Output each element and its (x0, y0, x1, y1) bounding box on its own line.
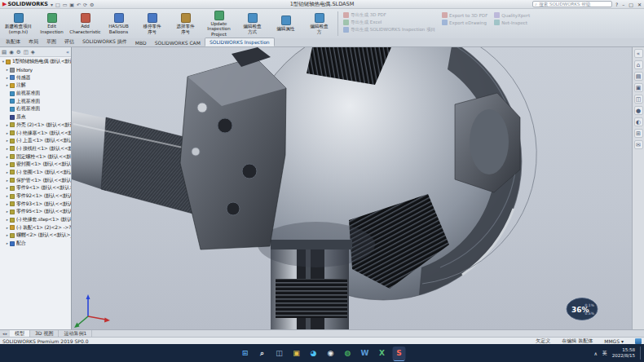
graphics-viewport[interactable]: 36% 0.1% 0.5% (72, 47, 632, 329)
ribbon-tab[interactable]: MBD (131, 39, 151, 46)
3d-model-thermocouple-assembly[interactable]: 36% 0.1% 0.5% (72, 47, 632, 329)
ribbon-tab[interactable]: SOLIDWORKS CAM (151, 39, 205, 46)
tree-item[interactable]: ▸ 密封圈<1> (默认<<默认>_显... (0, 161, 71, 169)
taskbar-app-icon[interactable]: S (393, 347, 406, 360)
tree-item[interactable]: ▸ 配合 (0, 240, 71, 248)
panel-tab-icon[interactable]: ◫ (24, 49, 29, 55)
panel-tab-icon[interactable]: ◈ (31, 49, 35, 55)
qat-icon[interactable]: ⟳ (83, 2, 87, 7)
tree-item[interactable]: ▸ 零件9<1> (默认<<默认>_显示状态 (0, 184, 71, 192)
tree-item[interactable]: 前视基准面 (0, 90, 71, 98)
task-pane-icon[interactable]: ▤ (634, 72, 643, 81)
tree-item[interactable]: ▸ 螺帽<2> (默认<<默认>_显示状... (0, 232, 71, 240)
tab-nav-icon[interactable]: ◂ (2, 331, 5, 336)
export-menu-item[interactable]: 导出生成 3D PDF (343, 12, 435, 18)
panel-tab-icon[interactable]: ▤ (2, 49, 7, 55)
ribbon-button[interactable]: 编辑检查 方式 (236, 10, 269, 38)
custom-status-icon[interactable] (635, 338, 642, 344)
tab-nav-icon[interactable]: ▸ (6, 331, 8, 336)
tree-item[interactable]: ▸ 保护管<1> (默认<<默认>_显示状... (0, 176, 71, 184)
ribbon-tab[interactable]: SOLIDWORKS 插件 (78, 38, 131, 46)
tree-item[interactable]: ▸ (-) 绝缘塞<1> (默认<<默认>_显... (0, 129, 71, 137)
ribbon-tab[interactable]: SOLIDWORKS Inspection (205, 38, 275, 46)
units-selector[interactable]: MMGS ▾ (604, 338, 624, 344)
export-menu-item[interactable]: Net-Inspect (494, 20, 530, 25)
model-tube-thread[interactable] (276, 279, 347, 318)
qat-icon[interactable]: ↶ (77, 2, 81, 7)
show-desktop-button[interactable] (640, 347, 642, 360)
export-menu-item[interactable]: 导出生成 SOLIDWORKS Inspection 项目 (343, 27, 435, 33)
export-menu-item[interactable]: 导出生成 Excel (343, 20, 435, 25)
ribbon-tab[interactable]: 布局 (24, 38, 42, 46)
ribbon-button[interactable]: 移停零件 序号 (135, 10, 169, 38)
ribbon-button[interactable]: 编辑检查 方 (302, 10, 336, 38)
ribbon-button[interactable]: 选择零件 序号 (169, 10, 202, 38)
export-menu-item[interactable]: QualityXpert (494, 12, 530, 18)
taskbar-app-icon[interactable]: ◉ (324, 347, 337, 360)
tree-item[interactable]: 上视基准面 (0, 97, 71, 105)
ribbon-button[interactable]: 新建检查项目 (emp.hi) (2, 10, 35, 38)
panel-tab-icon[interactable]: ⚙ (16, 49, 21, 55)
qat-icon[interactable]: ⚙ (90, 2, 94, 7)
ribbon-button[interactable]: 编辑属性 (269, 10, 302, 38)
document-tab[interactable]: 运动算例1 (59, 330, 92, 337)
taskbar-app-icon[interactable]: ◍ (342, 347, 355, 360)
tree-item[interactable]: ▸ 注解 (0, 82, 71, 90)
tree-item[interactable]: ▸ 零件92<1> (默认<<默认>_显... (0, 192, 71, 201)
ribbon-button[interactable]: Edit Inspection (35, 10, 68, 38)
taskbar-app-icon[interactable]: ◫ (273, 347, 286, 360)
tree-item[interactable]: ▸ (-) 垫圈<1> (默认<<默认>_显示状... (0, 169, 71, 177)
window-control-button[interactable]: ? (615, 2, 618, 7)
document-tab[interactable]: 3D 视图 (30, 330, 59, 337)
task-pane-icon[interactable]: ⊞ (634, 129, 643, 138)
ribbon-button[interactable]: Add Characteristic (68, 10, 102, 38)
task-pane-icon[interactable]: ◫ (634, 95, 643, 104)
export-menu-item[interactable]: Export eDrawing (442, 20, 487, 25)
taskbar-clock[interactable]: 15:58 2022/8/15 (612, 347, 635, 359)
taskbar-app-icon[interactable]: ▣ (290, 347, 303, 360)
document-tab[interactable]: 模型 (10, 330, 30, 337)
search-input[interactable]: ⌕ 搜索 SOLIDWORKS 帮助 (532, 1, 612, 7)
tree-item[interactable]: ▸ 零件95<1> (默认<<默认>_显... (0, 208, 71, 216)
window-control-button[interactable]: ✕ (637, 2, 642, 7)
ribbon-tab[interactable]: 草图 (42, 38, 60, 46)
task-pane-icon[interactable]: ✉ (634, 140, 643, 149)
window-control-button[interactable]: ▢ (629, 2, 633, 7)
tree-item[interactable]: ▸ 固定螺栓<1> (默认<<默认>_显示状 (0, 152, 71, 161)
tree-item[interactable]: 原点 (0, 113, 71, 121)
tree-item[interactable]: ▸ 传感器 (0, 73, 71, 82)
qat-icon[interactable]: ▾ (51, 2, 53, 7)
ribbon-tab[interactable]: 装配体 (2, 38, 24, 46)
tree-item[interactable]: ▸ (-) 接线柱<1> (默认<<默认>_显示... (0, 145, 71, 153)
task-pane-icon[interactable]: ▣ (634, 83, 643, 92)
tree-item[interactable]: ▸ 外壳 (2)<1> (默认<<默认>_显示状 (0, 121, 71, 130)
taskbar-app-icon[interactable]: X (376, 347, 389, 360)
qat-icon[interactable]: ▭ (63, 2, 68, 7)
qat-icon[interactable]: ▣ (69, 2, 74, 7)
ribbon-button[interactable]: Update Inspection Project (202, 10, 236, 38)
task-pane-icon[interactable]: ● (634, 106, 643, 115)
panel-collapse-icon[interactable]: « (66, 49, 69, 55)
taskbar-app-icon[interactable]: W (359, 347, 372, 360)
panel-tab-icon[interactable]: ◉ (9, 49, 14, 55)
taskbar-app-icon[interactable]: ◕ (307, 347, 320, 360)
tree-item[interactable]: ▸ History (0, 66, 71, 74)
ime-indicator[interactable]: 英 (602, 350, 607, 357)
taskbar-app-icon[interactable]: ⊞ (239, 347, 252, 360)
tree-item[interactable]: ▾ 1型铂铑轴热电偶 (默认<默认_显示状态-1 (0, 58, 71, 66)
export-menu-item[interactable]: Export to 3D PDF (442, 12, 487, 18)
tree-item[interactable]: ▸ (-) 绝缘套.step<1> (默认<<默... (0, 216, 71, 224)
tree-item[interactable]: ▸ 零件93<1> (默认<<默认>_显... (0, 200, 71, 208)
ribbon-tab[interactable]: 评估 (60, 38, 78, 46)
tray-expand-icon[interactable]: ∧ (593, 351, 597, 356)
tree-item[interactable]: ▸ (-) 上盖<1> (默认<<默认>_显示状... (0, 137, 71, 145)
task-pane-icon[interactable]: ⌂ (634, 60, 643, 69)
qat-icon[interactable]: □ (55, 2, 60, 7)
ribbon-button[interactable]: HAS/SUB Balloons (102, 10, 135, 38)
window-control-button[interactable]: – (622, 2, 624, 7)
taskbar-app-icon[interactable]: ⌕ (256, 347, 269, 360)
tree-item[interactable]: 右视基准面 (0, 105, 71, 113)
tree-item[interactable]: ▸ (-) 装配<1> (2)<2> ->? (默认<<默认> (0, 223, 71, 232)
task-pane-icon[interactable]: « (634, 49, 643, 58)
task-pane-icon[interactable]: ◐ (634, 117, 643, 126)
